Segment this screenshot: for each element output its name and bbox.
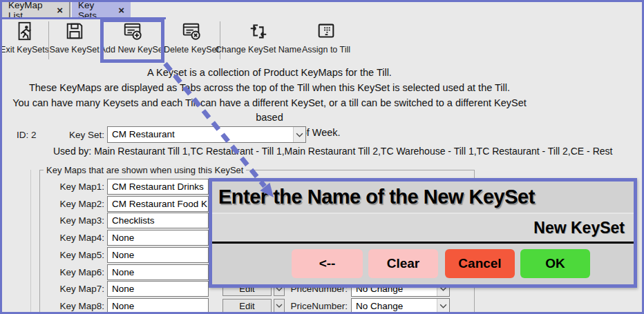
description-line: A Keyset is a collection of Product KeyM…	[0, 66, 539, 81]
keymap-value-input[interactable]	[107, 196, 209, 212]
edit-keymap-button[interactable]: Edit Keymap	[222, 299, 272, 313]
pricenumber-label: PriceNumber:	[290, 298, 348, 314]
keymap-label: Key Map1:	[41, 179, 104, 195]
keymap-row: Key Map8: Edit Keymap PriceNumber: No Ch…	[0, 298, 644, 314]
toolbar-label: Change KeySet Name	[216, 45, 301, 55]
save-keyset-button[interactable]: Save KeySet	[51, 21, 97, 61]
keysets-window: KeyMap List × Key Sets × Exit KeySets Sa…	[0, 0, 644, 314]
ok-button[interactable]: OK	[520, 249, 590, 278]
exit-door-icon	[15, 21, 35, 41]
keymap-value-input[interactable]	[107, 213, 209, 228]
keymap-label: Key Map7:	[41, 281, 104, 297]
toolbar-label: Delete KeySet	[164, 45, 219, 55]
edit-keymap-dropdown[interactable]	[274, 299, 285, 313]
keymap-label: Key Map4:	[41, 230, 104, 246]
used-by-text: Used by: Main Restaurant Till 1,TC Resta…	[53, 146, 612, 157]
assign-to-till-button[interactable]: Assign to Till	[300, 21, 352, 61]
keymap-label: Key Map6:	[41, 264, 104, 280]
keyset-combo[interactable]: CM Restaurant	[107, 126, 306, 143]
new-keyset-dialog: Enter the Name of the New KeySet New Key…	[209, 178, 637, 288]
dialog-title: Enter the Name of the New KeySet	[212, 181, 634, 213]
id-label: ID: 2	[17, 127, 37, 143]
change-keyset-name-button[interactable]: Change KeySet Name	[224, 21, 293, 61]
toolbar-label: Add New KeySet	[100, 45, 166, 55]
pricenumber-value: No Change	[352, 299, 437, 313]
cancel-button[interactable]: Cancel	[445, 249, 515, 278]
keymap-label: Key Map3:	[41, 213, 104, 228]
close-icon[interactable]: ×	[57, 5, 63, 15]
tab-key-sets[interactable]: Key Sets ×	[72, 2, 131, 18]
keyset-label: Key Set:	[41, 127, 104, 143]
dialog-footer: <-- Clear Cancel OK	[212, 244, 634, 284]
toolbar-label: Exit KeySets	[0, 45, 49, 55]
chevron-down-icon[interactable]	[293, 127, 305, 142]
pricenumber-combo[interactable]: No Change	[351, 298, 450, 314]
close-icon[interactable]: ×	[118, 5, 124, 15]
save-floppy-icon	[64, 21, 85, 41]
add-new-keyset-button[interactable]: Add New KeySet	[102, 21, 163, 61]
keymap-value-input[interactable]	[107, 230, 209, 246]
new-keyset-name-input[interactable]: New KeySet	[212, 214, 634, 242]
chevron-down-icon[interactable]	[437, 299, 449, 313]
change-name-icon	[248, 21, 269, 41]
active-tab-underline	[0, 17, 166, 19]
toolbar-label: Assign to Till	[302, 45, 350, 55]
keymap-value-input[interactable]	[107, 247, 209, 263]
assign-till-icon	[316, 21, 337, 41]
keymap-label: Key Map5:	[41, 247, 104, 263]
keymap-value-input[interactable]	[107, 298, 209, 314]
keymap-value-input[interactable]	[107, 264, 209, 280]
description-line: You can have many Keysets and each Till …	[0, 96, 539, 126]
keymap-value-input[interactable]	[107, 179, 209, 195]
description-line: These KeyMaps are displayed as Tabs acro…	[0, 81, 539, 96]
tab-keymap-list[interactable]: KeyMap List ×	[2, 2, 70, 18]
keymaps-group-title: Key Maps that are shown when using this …	[44, 165, 246, 175]
keymap-label: Key Map8:	[41, 298, 104, 314]
toolbar-label: Save KeySet	[49, 45, 99, 55]
add-keyset-icon	[122, 21, 143, 41]
delete-keyset-button[interactable]: Delete KeySet	[166, 21, 217, 61]
backspace-button[interactable]: <--	[292, 249, 363, 278]
keymap-label: Key Map2:	[41, 196, 104, 212]
delete-keyset-icon	[181, 21, 202, 41]
clear-button[interactable]: Clear	[368, 249, 438, 278]
exit-keysets-button[interactable]: Exit KeySets	[1, 21, 48, 61]
keyset-combo-value: CM Restaurant	[108, 127, 293, 142]
keymap-value-input[interactable]	[107, 281, 209, 297]
